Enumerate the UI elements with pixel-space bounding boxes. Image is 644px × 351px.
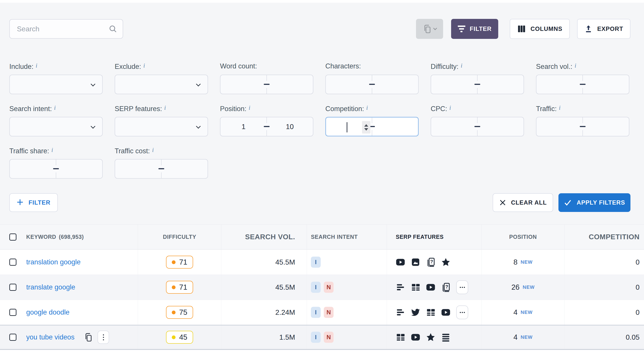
filter-field-label: Search vol.:i	[536, 62, 629, 70]
row-checkbox[interactable]	[9, 258, 16, 266]
add-filter-button[interactable]: + FILTER	[9, 193, 58, 212]
filter-field-label: Difficulty:i	[431, 62, 524, 70]
search-volume-cell: 1.5M	[221, 326, 307, 349]
keyword-link[interactable]: translation google	[26, 258, 81, 266]
range-to-input[interactable]	[583, 75, 629, 94]
range-to-input[interactable]	[267, 75, 313, 94]
table-row[interactable]: translation google 71 45.5M I ? 8 NEW 0	[0, 250, 644, 274]
difficulty-dot	[172, 336, 176, 339]
export-button[interactable]: EXPORT	[577, 19, 630, 39]
range-from-input[interactable]	[10, 160, 56, 178]
range-to-input[interactable]	[477, 75, 524, 94]
range-to-input[interactable]	[477, 117, 524, 136]
col-search-intent[interactable]: SEARCH INTENT	[307, 224, 387, 249]
filter-field: CPC:i	[431, 104, 524, 136]
range-from-input[interactable]	[326, 75, 372, 94]
more-features-button[interactable]	[456, 306, 468, 319]
copy-icon[interactable]	[84, 332, 93, 342]
search-input[interactable]	[9, 19, 123, 39]
close-icon	[499, 199, 506, 206]
export-button-label: EXPORT	[597, 26, 623, 32]
table-row[interactable]: translate google 71 45.5M IN ? 26 NEW 0	[0, 274, 644, 300]
range-to-input[interactable]	[583, 117, 629, 136]
filter-icon	[458, 26, 465, 32]
search-volume-cell: 45.5M	[221, 275, 307, 300]
keyword-link[interactable]: translate google	[26, 283, 75, 291]
range-to-input[interactable]	[372, 118, 418, 136]
spinner-up-icon[interactable]	[364, 124, 368, 127]
more-features-button[interactable]	[456, 280, 468, 294]
search-intent-cell: I	[307, 250, 387, 274]
col-competition[interactable]: COMPETITION	[564, 224, 644, 249]
range-from-input[interactable]	[536, 75, 583, 94]
position-cell: 4 NEW	[482, 300, 564, 325]
filter-range[interactable]	[325, 75, 419, 94]
filter-field: Traffic cost:i	[115, 146, 208, 178]
range-to-input[interactable]: 10	[267, 117, 313, 136]
filter-range[interactable]	[536, 117, 629, 136]
columns-button[interactable]: COLUMNS	[510, 19, 570, 39]
featured-snippet-icon	[396, 282, 405, 292]
sitelinks-icon	[426, 308, 435, 317]
serp-features-cell: ?	[387, 250, 482, 274]
columns-icon	[517, 24, 526, 33]
sitelinks-icon	[411, 282, 420, 292]
twitter-icon	[411, 308, 420, 317]
filter-actions: + FILTER CLEAR ALL APPLY FILTERS	[9, 193, 630, 212]
range-from-input[interactable]	[220, 75, 267, 94]
info-icon: i	[461, 62, 462, 69]
filter-range[interactable]: 110	[220, 117, 313, 136]
filter-range[interactable]	[536, 75, 629, 94]
filter-field: SERP features:i	[115, 104, 208, 136]
position-cell: 8 NEW	[482, 250, 564, 274]
range-from-input[interactable]	[431, 117, 477, 136]
keyword-link[interactable]: google doodle	[26, 308, 70, 316]
filter-range[interactable]	[9, 159, 103, 178]
filter-select[interactable]	[115, 75, 208, 94]
range-from-input[interactable]	[115, 160, 161, 178]
filter-range[interactable]	[325, 117, 419, 136]
col-serp-features[interactable]: SERP FEATURES	[387, 224, 482, 249]
apply-filters-button[interactable]: APPLY FILTERS	[558, 193, 630, 212]
kebab-menu-button[interactable]	[98, 330, 109, 344]
copy-button[interactable]	[416, 19, 443, 39]
range-from-input[interactable]	[536, 117, 583, 136]
filter-range[interactable]	[115, 159, 208, 178]
columns-button-label: COLUMNS	[530, 26, 562, 32]
spinner-down-icon[interactable]	[364, 128, 368, 131]
number-spinner[interactable]	[362, 121, 370, 134]
filter-select[interactable]	[9, 75, 103, 94]
filter-field: Search vol.:i	[536, 62, 629, 94]
serp-features-cell	[387, 326, 482, 349]
table-row[interactable]: google doodle 75 2.24M IN 4 NEW 0	[0, 300, 644, 325]
range-from-input[interactable]: 1	[220, 117, 267, 136]
filter-range[interactable]	[431, 75, 524, 94]
filter-select[interactable]	[9, 117, 103, 136]
filter-toggle-button[interactable]: FILTER	[451, 19, 498, 39]
competition-cell: 0.05	[564, 326, 644, 349]
row-checkbox[interactable]	[9, 309, 16, 316]
range-from-input[interactable]	[431, 75, 477, 94]
select-all-checkbox[interactable]	[9, 234, 16, 240]
filter-select[interactable]	[115, 117, 208, 136]
keyword-link[interactable]: you tube videos	[26, 333, 74, 341]
row-checkbox[interactable]	[9, 334, 16, 341]
col-keyword[interactable]: KEYWORD (698,953)	[0, 224, 138, 249]
range-to-input[interactable]	[372, 75, 418, 94]
intent-badge-navigational: N	[324, 307, 334, 318]
col-search-vol[interactable]: SEARCH VOL.	[221, 224, 307, 249]
table-row[interactable]: you tube videos 45 1.5M IN 4 NEW 0.05	[0, 325, 644, 350]
col-position[interactable]: POSITION	[482, 224, 564, 249]
row-checkbox[interactable]	[9, 284, 16, 291]
filter-range[interactable]	[220, 75, 313, 94]
col-difficulty[interactable]: DIFFICULTY	[138, 224, 221, 249]
range-to-input[interactable]	[161, 160, 208, 178]
clear-all-button[interactable]: CLEAR ALL	[493, 193, 553, 212]
export-icon	[584, 25, 593, 33]
filter-range[interactable]	[431, 117, 524, 136]
competition-cell: 0	[564, 275, 644, 300]
filter-field: Characters:	[325, 62, 419, 94]
difficulty-value: 71	[179, 283, 187, 292]
range-to-input[interactable]	[56, 160, 102, 178]
info-icon: i	[449, 104, 451, 111]
